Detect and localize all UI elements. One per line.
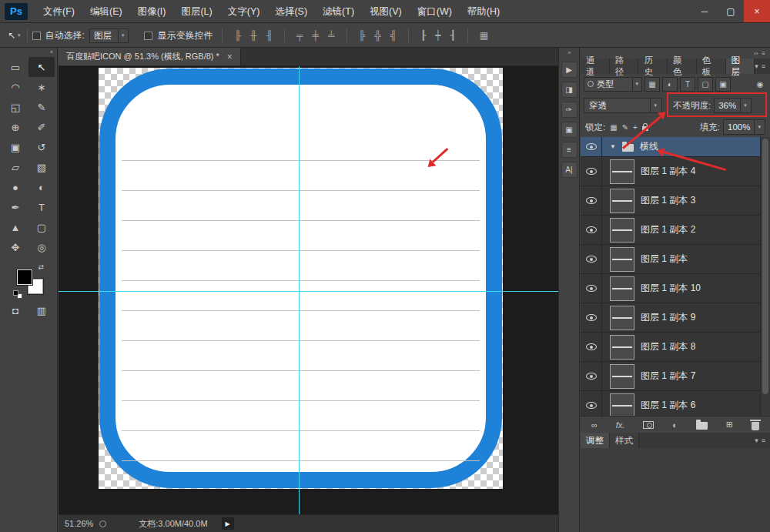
- visibility-toggle[interactable]: [581, 274, 602, 303]
- visibility-toggle[interactable]: [581, 137, 602, 156]
- visibility-toggle[interactable]: [581, 362, 602, 390]
- visibility-toggle[interactable]: [581, 333, 602, 361]
- tab-styles[interactable]: 样式: [610, 433, 639, 448]
- filter-smart-objects-icon[interactable]: ▣: [715, 77, 731, 92]
- menu-image[interactable]: 图像(I): [130, 0, 174, 23]
- auto-align-icon[interactable]: ▦: [477, 30, 490, 41]
- filter-pixel-layers-icon[interactable]: ▦: [644, 77, 660, 92]
- layer-thumbnail[interactable]: [610, 247, 634, 272]
- align-left-icon[interactable]: ╟: [232, 30, 243, 41]
- move-tool[interactable]: ↖: [28, 57, 55, 77]
- lock-pixels-icon[interactable]: ✎: [622, 123, 628, 132]
- layer-list-scrollbar[interactable]: [760, 137, 770, 416]
- menu-filter[interactable]: 滤镜(T): [315, 0, 362, 23]
- menu-view[interactable]: 视图(V): [362, 0, 410, 23]
- info-panel-icon[interactable]: ≡: [561, 142, 578, 158]
- new-group-icon[interactable]: [696, 422, 708, 430]
- layer-row[interactable]: 图层 1 副本 2: [581, 216, 760, 245]
- menu-window[interactable]: 窗口(W): [410, 0, 460, 23]
- distribute-right-icon[interactable]: ╣: [388, 30, 400, 41]
- hand-tool[interactable]: ✥: [2, 237, 28, 257]
- filter-shape-layers-icon[interactable]: ▢: [698, 77, 713, 92]
- healing-brush-tool[interactable]: ⊕: [2, 117, 28, 137]
- canvas[interactable]: [59, 66, 558, 514]
- layer-row[interactable]: 图层 1 副本 10: [581, 274, 760, 303]
- layer-row[interactable]: 图层 1 副本 3: [581, 186, 760, 216]
- rectangle-tool[interactable]: ▢: [28, 217, 55, 237]
- clone-source-panel-icon[interactable]: ▣: [561, 122, 578, 138]
- lock-transparency-icon[interactable]: ▦: [610, 123, 617, 132]
- zoom-level[interactable]: 51.26%: [65, 519, 93, 528]
- minimize-button[interactable]: ─: [691, 0, 718, 22]
- layer-name[interactable]: 图层 1 副本 9: [641, 311, 695, 324]
- visibility-toggle[interactable]: [581, 303, 602, 332]
- blend-mode-select[interactable]: 穿透 ▾: [584, 98, 662, 113]
- lock-position-icon[interactable]: +: [633, 123, 638, 132]
- layer-name[interactable]: 图层 1 副本 4: [641, 165, 695, 178]
- menu-edit[interactable]: 编辑(E): [82, 0, 130, 23]
- panel-tab-menu[interactable]: ▾ ≡: [755, 59, 770, 74]
- status-expand-button[interactable]: ▶: [222, 517, 234, 530]
- gradient-tool[interactable]: ▧: [28, 157, 55, 177]
- clone-stamp-tool[interactable]: ▣: [2, 137, 28, 157]
- distribute-top-icon[interactable]: ┠: [418, 30, 428, 41]
- toolbar-collapse-button[interactable]: ‹‹: [0, 48, 57, 57]
- scrollbar-thumb[interactable]: [762, 139, 768, 394]
- tab-paths[interactable]: 路径: [610, 59, 639, 74]
- tab-layers[interactable]: 图层: [726, 59, 755, 74]
- layer-filter-type-select[interactable]: 类型 ▾: [584, 77, 642, 92]
- actions-panel-icon[interactable]: ▶: [561, 62, 578, 78]
- collapse-to-icons-button[interactable]: ››: [754, 50, 758, 57]
- filter-type-layers-icon[interactable]: T: [680, 77, 695, 92]
- visibility-toggle[interactable]: [581, 186, 602, 215]
- layer-thumbnail[interactable]: [610, 393, 634, 417]
- dodge-tool[interactable]: ◐: [28, 177, 55, 197]
- menu-help[interactable]: 帮助(H): [460, 0, 507, 23]
- align-right-icon[interactable]: ╢: [263, 30, 275, 41]
- new-layer-icon[interactable]: ⊞: [726, 420, 733, 430]
- layer-name[interactable]: 图层 1 副本 10: [641, 282, 701, 295]
- menu-layer[interactable]: 图层(L): [173, 0, 219, 23]
- tab-color[interactable]: 颜色: [668, 59, 697, 74]
- layer-name[interactable]: 图层 1 副本 7: [641, 370, 695, 383]
- fill-value-select[interactable]: 100% ▾: [723, 119, 765, 135]
- close-icon[interactable]: ×: [227, 52, 233, 62]
- distribute-bottom-icon[interactable]: ┨: [448, 30, 458, 41]
- path-selection-tool[interactable]: ▲: [2, 217, 28, 237]
- document-tab[interactable]: 百度贴吧ICON @ 51.3% (横线, RGB/8) * ×: [59, 48, 241, 65]
- layer-row[interactable]: 图层 1 副本 8: [581, 333, 760, 362]
- magic-wand-tool[interactable]: ∗: [28, 77, 55, 97]
- align-top-icon[interactable]: ╤: [294, 30, 306, 41]
- lasso-tool[interactable]: ◠: [2, 77, 28, 97]
- visibility-toggle[interactable]: [581, 216, 602, 244]
- eraser-tool[interactable]: ▱: [2, 157, 28, 177]
- foreground-color-swatch[interactable]: [17, 269, 32, 285]
- layer-thumbnail[interactable]: [610, 306, 634, 330]
- filter-toggle-icon[interactable]: ◉: [753, 80, 767, 89]
- blur-tool[interactable]: ●: [2, 177, 28, 197]
- type-tool[interactable]: T: [28, 197, 55, 217]
- menu-select[interactable]: 选择(S): [267, 0, 315, 23]
- visibility-toggle[interactable]: [581, 245, 602, 273]
- layer-row[interactable]: 图层 1 副本 4: [581, 157, 760, 186]
- auto-select-target-select[interactable]: 图层 ▾: [89, 28, 129, 43]
- align-bottom-icon[interactable]: ╧: [326, 30, 337, 41]
- bottom-panel-menu[interactable]: ▾ ≡: [755, 433, 770, 448]
- auto-select-checkbox[interactable]: [32, 32, 41, 40]
- add-mask-icon[interactable]: [643, 421, 654, 429]
- visibility-toggle[interactable]: [581, 157, 602, 186]
- history-brush-tool[interactable]: ↺: [28, 137, 55, 157]
- panel-menu-icon[interactable]: ≡: [762, 50, 765, 57]
- expand-panels-button[interactable]: ‹‹: [559, 48, 579, 58]
- show-transform-checkbox[interactable]: [144, 32, 152, 40]
- vertical-guide[interactable]: [299, 66, 300, 514]
- rectangular-marquee-tool[interactable]: ▭: [2, 57, 28, 77]
- current-tool-preview[interactable]: ↖ ▾: [5, 28, 28, 42]
- layer-thumbnail[interactable]: [610, 364, 634, 389]
- layer-row[interactable]: 图层 1 副本: [581, 245, 760, 274]
- crop-tool[interactable]: ◱: [2, 97, 28, 117]
- layer-name[interactable]: 图层 1 副本 8: [641, 340, 695, 353]
- tab-adjustments[interactable]: 调整: [581, 433, 610, 448]
- document-canvas[interactable]: [99, 68, 503, 489]
- lock-all-icon[interactable]: [642, 126, 648, 131]
